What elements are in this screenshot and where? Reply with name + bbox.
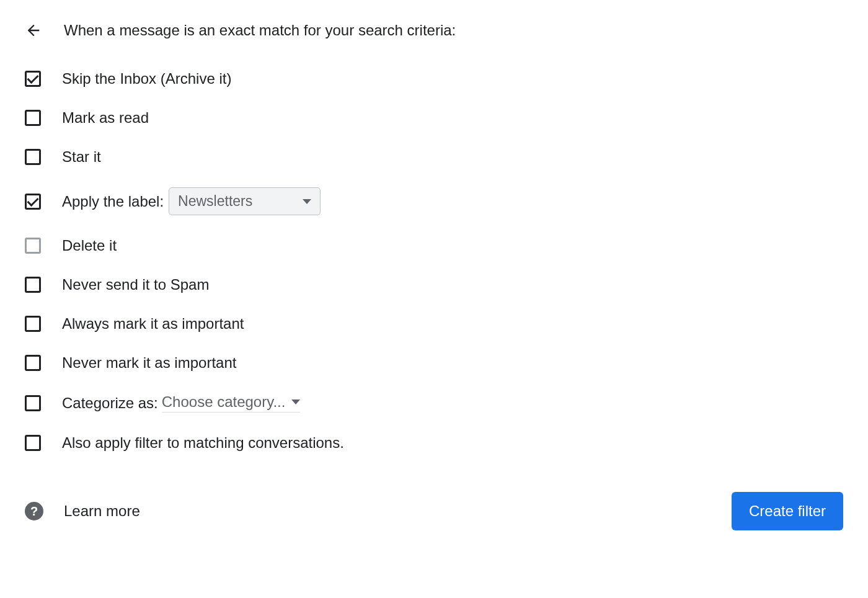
always-important-checkbox[interactable] xyxy=(25,316,41,332)
apply-label-label: Apply the label: xyxy=(62,193,164,210)
skip-inbox-checkbox[interactable] xyxy=(25,71,41,87)
help-icon[interactable]: ? xyxy=(25,502,43,520)
arrow-left-icon xyxy=(25,22,42,39)
learn-more-link[interactable]: Learn more xyxy=(64,502,140,520)
star-it-checkbox[interactable] xyxy=(25,149,41,165)
mark-as-read-label: Mark as read xyxy=(62,109,149,127)
delete-it-label: Delete it xyxy=(62,237,117,254)
also-apply-checkbox[interactable] xyxy=(25,435,41,451)
category-select[interactable]: Choose category... xyxy=(162,393,301,413)
label-select[interactable]: Newsletters xyxy=(169,187,321,215)
apply-label-checkbox[interactable] xyxy=(25,194,41,210)
never-spam-label: Never send it to Spam xyxy=(62,276,209,293)
star-it-label: Star it xyxy=(62,148,101,166)
back-button[interactable] xyxy=(25,22,42,39)
dropdown-icon xyxy=(291,399,300,404)
mark-as-read-checkbox[interactable] xyxy=(25,110,41,126)
never-spam-checkbox[interactable] xyxy=(25,277,41,293)
never-important-checkbox[interactable] xyxy=(25,355,41,371)
categorize-label: Categorize as: xyxy=(62,395,158,412)
label-select-value: Newsletters xyxy=(178,193,252,210)
create-filter-button[interactable]: Create filter xyxy=(732,492,843,530)
categorize-checkbox[interactable] xyxy=(25,395,41,411)
also-apply-label: Also apply filter to matching conversati… xyxy=(62,434,344,452)
delete-it-checkbox[interactable] xyxy=(25,238,41,254)
never-important-label: Never mark it as important xyxy=(62,354,236,372)
skip-inbox-label: Skip the Inbox (Archive it) xyxy=(62,70,231,87)
category-select-value: Choose category... xyxy=(162,393,286,411)
always-important-label: Always mark it as important xyxy=(62,315,244,332)
dropdown-icon xyxy=(303,199,311,204)
dialog-title: When a message is an exact match for you… xyxy=(64,22,456,39)
